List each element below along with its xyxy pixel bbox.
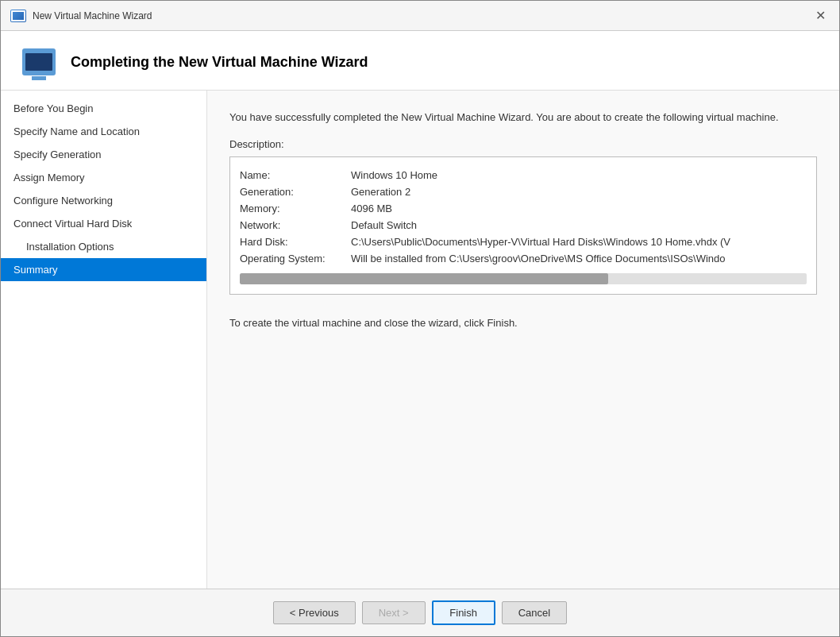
info-value-3: Default Switch: [351, 219, 807, 231]
header-icon-area: [20, 47, 58, 77]
main-content: You have successfully completed the New …: [207, 91, 839, 589]
info-row-2: Memory:4096 MB: [240, 200, 807, 217]
close-button[interactable]: ✕: [811, 6, 830, 25]
info-row-0: Name:Windows 10 Home: [240, 167, 807, 183]
finish-button[interactable]: Finish: [432, 600, 495, 625]
footer: < Previous Next > Finish Cancel: [1, 589, 839, 636]
sidebar-item-1[interactable]: Specify Name and Location: [1, 120, 206, 143]
header-title: Completing the New Virtual Machine Wizar…: [71, 54, 368, 71]
sidebar: Before You BeginSpecify Name and Locatio…: [1, 91, 207, 589]
finish-text: To create the virtual machine and close …: [229, 317, 817, 329]
description-label: Description:: [229, 138, 817, 150]
monitor-icon: [22, 48, 56, 75]
wizard-window: New Virtual Machine Wizard ✕ Completing …: [0, 0, 840, 637]
sidebar-item-7[interactable]: Summary: [1, 258, 206, 281]
title-bar: New Virtual Machine Wizard ✕: [1, 1, 839, 31]
scrollbar-thumb[interactable]: [240, 273, 608, 284]
content-area: Before You BeginSpecify Name and Locatio…: [1, 91, 839, 589]
sidebar-item-4[interactable]: Configure Networking: [1, 189, 206, 212]
info-value-1: Generation 2: [351, 186, 807, 198]
intro-text: You have successfully completed the New …: [229, 110, 817, 125]
info-row-5: Operating System:Will be installed from …: [240, 250, 807, 267]
header-section: Completing the New Virtual Machine Wizar…: [1, 31, 839, 91]
window-icon: [10, 10, 26, 22]
sidebar-item-2[interactable]: Specify Generation: [1, 143, 206, 166]
info-value-0: Windows 10 Home: [351, 169, 807, 181]
title-bar-left: New Virtual Machine Wizard: [10, 10, 152, 22]
sidebar-item-6[interactable]: Installation Options: [1, 235, 206, 258]
info-value-2: 4096 MB: [351, 203, 807, 214]
info-label-1: Generation:: [240, 186, 351, 198]
scrollbar-area[interactable]: [240, 273, 807, 284]
info-value-4: C:\Users\Public\Documents\Hyper-V\Virtua…: [351, 236, 807, 248]
previous-button[interactable]: < Previous: [273, 601, 356, 624]
info-label-3: Network:: [240, 219, 351, 231]
sidebar-item-3[interactable]: Assign Memory: [1, 166, 206, 189]
info-label-2: Memory:: [240, 203, 351, 214]
info-label-0: Name:: [240, 169, 351, 181]
sidebar-item-0[interactable]: Before You Begin: [1, 97, 206, 120]
info-label-4: Hard Disk:: [240, 236, 351, 248]
window-title: New Virtual Machine Wizard: [33, 10, 152, 21]
sidebar-item-5[interactable]: Connect Virtual Hard Disk: [1, 212, 206, 235]
info-row-4: Hard Disk:C:\Users\Public\Documents\Hype…: [240, 234, 807, 250]
info-label-5: Operating System:: [240, 253, 351, 264]
info-row-3: Network:Default Switch: [240, 217, 807, 234]
info-box: Name:Windows 10 HomeGeneration:Generatio…: [229, 156, 817, 295]
info-value-5: Will be installed from C:\Users\groov\On…: [351, 253, 807, 264]
cancel-button[interactable]: Cancel: [502, 601, 567, 624]
info-row-1: Generation:Generation 2: [240, 183, 807, 200]
next-button[interactable]: Next >: [362, 601, 426, 624]
